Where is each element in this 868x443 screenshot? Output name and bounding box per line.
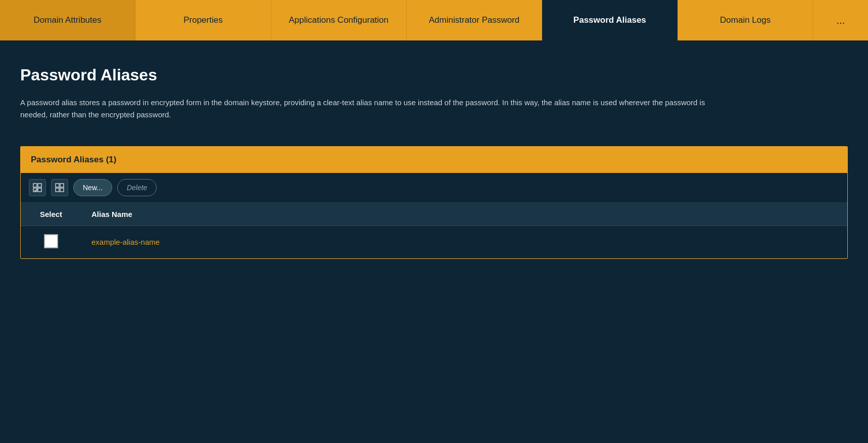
tab-more[interactable]: ... [813,0,868,40]
tab-domain-attributes[interactable]: Domain Attributes [0,0,135,40]
table-header-row: Select Alias Name [21,203,847,226]
select-all-icon [33,183,42,192]
row-checkbox[interactable] [44,234,58,248]
svg-rect-6 [56,188,59,192]
table-toolbar: New... Delete [21,173,847,203]
svg-rect-4 [56,184,59,187]
tab-administrator-password[interactable]: Administrator Password [407,0,542,40]
tab-properties[interactable]: Properties [135,0,271,40]
deselect-all-button[interactable] [51,179,68,196]
svg-rect-7 [60,188,64,192]
row-alias-name-cell: example-alias-name [81,226,847,258]
tab-domain-logs[interactable]: Domain Logs [678,0,813,40]
svg-rect-0 [33,184,37,187]
page-title: Password Aliases [20,66,848,84]
svg-rect-5 [60,184,64,187]
col-select: Select [21,203,81,226]
deselect-all-icon [55,183,64,192]
svg-rect-3 [38,188,41,192]
password-aliases-section: Password Aliases (1) [20,146,848,259]
alias-name-link[interactable]: example-alias-name [91,238,160,246]
section-title: Password Aliases (1) [31,155,116,164]
new-button[interactable]: New... [73,179,112,196]
section-header-bar: Password Aliases (1) [21,147,847,173]
select-all-button[interactable] [29,179,46,196]
delete-button[interactable]: Delete [117,179,157,196]
table-row: example-alias-name [21,226,847,258]
page-description: A password alias stores a password in en… [20,97,728,121]
main-content: Password Aliases A password alias stores… [0,40,868,279]
aliases-table: Select Alias Name example-alias-name [21,203,847,258]
tab-applications-configuration[interactable]: Applications Configuration [271,0,407,40]
tab-password-aliases[interactable]: Password Aliases [542,0,678,40]
svg-rect-2 [38,184,41,187]
tab-bar: Domain Attributes Properties Application… [0,0,868,40]
col-alias-name: Alias Name [81,203,847,226]
row-select-cell [21,226,81,258]
